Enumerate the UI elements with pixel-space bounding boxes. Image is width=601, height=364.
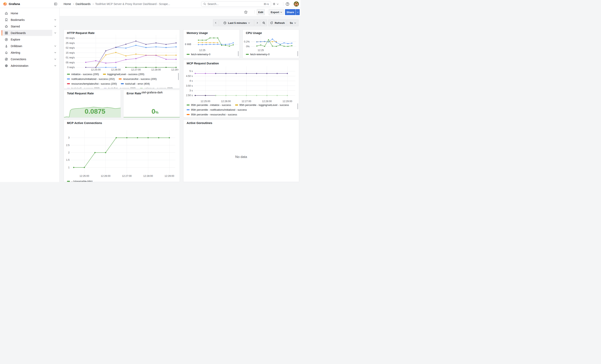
chevron-down-icon bbox=[54, 58, 56, 59]
breadcrumb-dashboards[interactable]: Dashboards bbox=[76, 2, 91, 6]
svg-text:2.50 s: 2.50 s bbox=[186, 94, 193, 97]
chevron-down-icon bbox=[54, 19, 56, 20]
svg-text:0.005 req/s: 0.005 req/s bbox=[66, 61, 75, 64]
panel-title[interactable]: MCP Active Connections bbox=[67, 121, 102, 125]
legend-item[interactable]: - (streamable-http) bbox=[67, 180, 93, 182]
panel-title[interactable]: CPU Usage bbox=[246, 31, 262, 35]
dock-sidebar-icon[interactable] bbox=[54, 2, 57, 6]
panel-memory-usage: Memory Usage 12:2516 MiB fetch-telemetry… bbox=[183, 30, 240, 58]
time-range-forward-button[interactable] bbox=[254, 20, 260, 26]
svg-text:2: 2 bbox=[68, 151, 70, 154]
sidebar-item-home[interactable]: Home bbox=[0, 10, 60, 17]
sidebar-item-connections[interactable]: Connections bbox=[0, 56, 60, 62]
legend-item[interactable]: tools/list - success (200) bbox=[104, 87, 136, 89]
breadcrumb-current-page: ToolHive MCP Server & Proxy Runner Dashb… bbox=[95, 2, 170, 6]
legend-scrollbar[interactable] bbox=[297, 103, 298, 109]
legend-item[interactable]: fetch-telemetry-0 bbox=[187, 53, 210, 56]
svg-text:0.03 req/s: 0.03 req/s bbox=[66, 37, 75, 39]
panel-error-rate: Error Rate otel-grafana-dark 0% bbox=[123, 90, 180, 118]
sidebar-item-alerting[interactable]: Alerting bbox=[0, 49, 60, 56]
svg-text:16 MiB: 16 MiB bbox=[185, 43, 191, 46]
legend-item[interactable]: resources/list - success (200) bbox=[119, 78, 157, 80]
help-icon[interactable] bbox=[286, 0, 289, 8]
search-input[interactable] bbox=[208, 2, 262, 6]
legend-item[interactable]: 95th percentile - initialize - success bbox=[187, 104, 231, 107]
panel-title[interactable]: HTTP Request Rate bbox=[67, 31, 95, 35]
legend-item[interactable]: tools/call - error (404) bbox=[121, 82, 150, 85]
svg-text:0%: 0% bbox=[246, 45, 250, 48]
chevron-down-icon bbox=[54, 51, 56, 53]
svg-text:0.015 req/s: 0.015 req/s bbox=[66, 51, 75, 54]
panel-title[interactable]: Active Goroutines bbox=[187, 121, 212, 125]
chevron-down-icon bbox=[248, 22, 250, 23]
svg-text:0.02 req/s: 0.02 req/s bbox=[66, 47, 75, 49]
legend-item[interactable]: 95th percentile - logging/setLevel - suc… bbox=[235, 104, 289, 107]
total-request-rate-value: 0.0875 bbox=[64, 108, 121, 115]
connections-icon bbox=[5, 58, 8, 61]
dashboard-actions-row: Edit Export Share bbox=[60, 8, 300, 16]
share-button[interactable]: Share bbox=[285, 9, 296, 15]
panel-title[interactable]: Memory Usage bbox=[187, 31, 208, 35]
zoom-out-button[interactable] bbox=[260, 20, 267, 26]
time-range-picker[interactable]: Last 5 minutes bbox=[219, 20, 254, 26]
svg-text:0 req/s: 0 req/s bbox=[67, 66, 75, 69]
edit-button[interactable]: Edit bbox=[257, 9, 265, 15]
svg-text:3.50 s: 3.50 s bbox=[186, 84, 193, 87]
svg-text:12:25:00: 12:25:00 bbox=[80, 175, 89, 177]
sidebar-item-explore[interactable]: Explore bbox=[0, 36, 60, 43]
svg-text:12:29:00: 12:29:00 bbox=[282, 100, 292, 103]
refresh-button[interactable]: Refresh bbox=[268, 20, 287, 26]
legend-scrollbar[interactable] bbox=[238, 51, 239, 56]
chevron-down-icon bbox=[280, 11, 282, 12]
sidebar-item-bookmarks[interactable]: Bookmarks bbox=[0, 17, 60, 23]
svg-text:5 s: 5 s bbox=[190, 70, 193, 72]
search-shortcut: ⌘+k bbox=[263, 3, 269, 6]
sidebar-item-dashboards[interactable]: Dashboards bbox=[0, 30, 60, 36]
breadcrumb-home[interactable]: Home bbox=[64, 2, 71, 6]
add-button[interactable] bbox=[272, 0, 278, 8]
svg-text:12:26:00: 12:26:00 bbox=[221, 100, 231, 103]
legend-item[interactable]: 95th percentile - resources/list - succe… bbox=[187, 113, 237, 116]
refresh-icon bbox=[270, 21, 273, 24]
legend-item[interactable]: fetch-telemetry-0 bbox=[246, 53, 270, 56]
http-request-rate-chart: 12:25:0012:26:0012:27:0012:28:0012:29:00… bbox=[66, 34, 179, 72]
svg-text:12:26:00: 12:26:00 bbox=[111, 68, 121, 71]
legend-item[interactable]: initialize - success (200) bbox=[67, 73, 99, 76]
panel-mcp-active-connections: MCP Active Connections 12:25:0012:26:001… bbox=[64, 119, 180, 182]
sidebar-item-starred[interactable]: Starred bbox=[0, 23, 60, 30]
sidebar-item-administration[interactable]: Administration bbox=[0, 62, 60, 69]
legend-scrollbar[interactable] bbox=[178, 73, 179, 80]
grafana-logo-icon[interactable] bbox=[3, 2, 7, 6]
sidebar-item-drilldown[interactable]: Drilldown bbox=[0, 43, 60, 49]
legend-swatch bbox=[67, 79, 70, 79]
legend-item[interactable]: notifications/initialized - success (202… bbox=[67, 78, 115, 80]
legend-swatch bbox=[235, 105, 238, 106]
chevron-left-icon bbox=[215, 22, 217, 24]
legend-scrollbar[interactable] bbox=[297, 51, 298, 56]
chevron-down-icon bbox=[54, 32, 56, 33]
mcp-request-duration-chart: 12:25:0012:26:0012:27:0012:28:0012:29:00… bbox=[185, 66, 297, 104]
mcp-active-connections-chart: 12:25:0012:26:0012:27:0012:28:0012:29:00… bbox=[66, 129, 178, 179]
legend-item[interactable]: unknown - success (200) bbox=[140, 87, 173, 89]
legend-item[interactable]: logging/setLevel - success (200) bbox=[103, 73, 144, 76]
export-button[interactable]: Export bbox=[269, 9, 284, 15]
chevron-down-icon bbox=[297, 11, 299, 12]
panel-title[interactable]: Error Rate bbox=[127, 92, 141, 95]
time-range-back-button[interactable] bbox=[213, 20, 219, 26]
legend-item[interactable]: tools/call - success (200) bbox=[67, 87, 100, 89]
panel-title[interactable]: MCP Request Duration bbox=[187, 62, 219, 65]
legend-item[interactable]: resources/templates/list - success (200) bbox=[67, 82, 117, 85]
no-data-message: No data bbox=[183, 155, 299, 159]
panel-title[interactable]: Total Request Rate bbox=[67, 92, 94, 95]
legend-swatch bbox=[67, 88, 70, 89]
share-options-button[interactable] bbox=[296, 9, 300, 15]
star-dashboard-icon[interactable] bbox=[244, 10, 248, 15]
avatar[interactable] bbox=[294, 0, 299, 8]
refresh-interval-picker[interactable]: 5s bbox=[287, 20, 299, 26]
chevron-down-icon bbox=[54, 45, 56, 47]
divider bbox=[267, 10, 267, 14]
error-rate-value: 0% bbox=[123, 108, 180, 115]
legend-item[interactable]: 95th percentile - notifications/initiali… bbox=[187, 108, 247, 111]
bell-icon bbox=[5, 51, 8, 54]
panel-http-request-rate: HTTP Request Rate 12:25:0012:26:0012:27:… bbox=[64, 30, 180, 89]
